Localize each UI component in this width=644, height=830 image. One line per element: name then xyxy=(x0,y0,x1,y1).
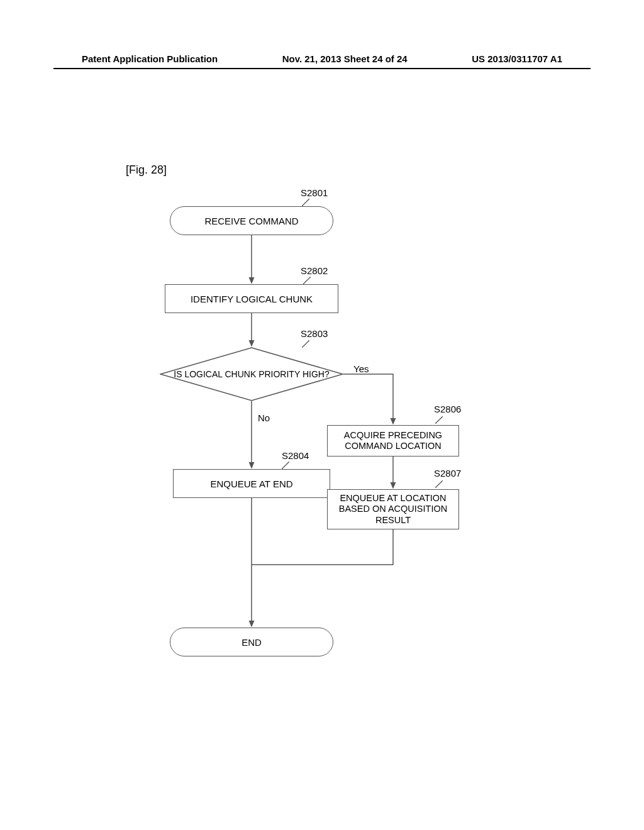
step-label-s2801: S2801 xyxy=(301,187,328,198)
flow-decision-s2803: IS LOGICAL CHUNK PRIORITY HIGH? xyxy=(160,347,343,401)
branch-no-label: No xyxy=(258,412,270,423)
step-label-s2807: S2807 xyxy=(434,468,461,479)
flow-process-text: ACQUIRE PRECEDING COMMAND LOCATION xyxy=(335,430,451,452)
header-divider xyxy=(53,68,591,69)
header-right: US 2013/0311707 A1 xyxy=(472,53,562,64)
leader-tick-icon xyxy=(435,480,443,488)
flow-end-terminal: END xyxy=(170,628,333,656)
branch-yes-label: Yes xyxy=(353,363,369,374)
step-label-s2803: S2803 xyxy=(301,328,328,339)
figure-label: [Fig. 28] xyxy=(126,163,167,177)
flow-decision-text: IS LOGICAL CHUNK PRIORITY HIGH? xyxy=(160,347,343,401)
step-label-s2802: S2802 xyxy=(301,265,328,276)
header-center: Nov. 21, 2013 Sheet 24 of 24 xyxy=(282,53,408,64)
flow-start-text: RECEIVE COMMAND xyxy=(204,216,298,226)
flow-process-s2804: ENQUEUE AT END xyxy=(173,469,330,498)
flow-process-s2802: IDENTIFY LOGICAL CHUNK xyxy=(165,284,338,313)
leader-tick-icon xyxy=(435,416,443,424)
leader-tick-icon xyxy=(302,199,309,206)
page-header: Patent Application Publication Nov. 21, … xyxy=(0,53,644,64)
flow-process-text: ENQUEUE AT END xyxy=(210,479,292,489)
flowchart: S2801 RECEIVE COMMAND S2802 IDENTIFY LOG… xyxy=(126,187,503,703)
leader-tick-icon xyxy=(303,277,311,284)
flow-end-text: END xyxy=(242,637,262,648)
leader-tick-icon xyxy=(282,462,289,469)
step-label-s2804: S2804 xyxy=(282,450,309,461)
flow-process-s2806: ACQUIRE PRECEDING COMMAND LOCATION xyxy=(327,425,459,456)
flow-process-s2807: ENQUEUE AT LOCATION BASED ON ACQUISITION… xyxy=(327,489,459,529)
step-label-s2806: S2806 xyxy=(434,404,461,414)
flow-process-text: IDENTIFY LOGICAL CHUNK xyxy=(191,294,313,304)
flow-start-terminal: RECEIVE COMMAND xyxy=(170,206,333,235)
flow-process-text: ENQUEUE AT LOCATION BASED ON ACQUISITION… xyxy=(335,493,451,526)
header-left: Patent Application Publication xyxy=(82,53,218,64)
